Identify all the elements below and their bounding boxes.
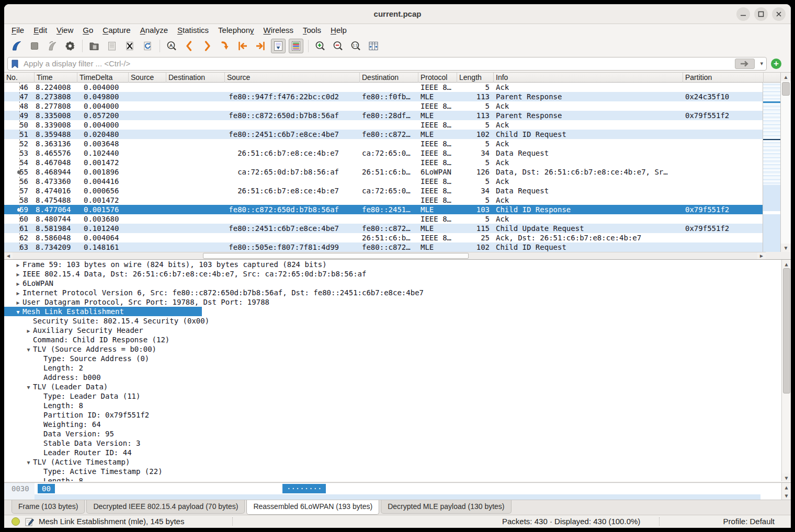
intelligent-scrollbar-minimap[interactable] [763,83,780,252]
expand-arrow-icon[interactable]: ▸ [14,279,22,288]
packet-row-58[interactable]: 588.4754880.001472IEEE 8…5Ack [4,195,763,205]
hex-bytes-selected[interactable]: 00 15 0d 00 00 00 00 00 00 00 01 75 bb 5… [38,484,55,493]
detail-row[interactable]: ▸Internet Protocol Version 6, Src: fe80:… [4,288,791,297]
packet-row-61[interactable]: 618.5819840.101240fe80::2451:c6b7:e8ce:4… [4,224,763,233]
detail-row[interactable]: ▸6LoWPAN [4,279,791,288]
byte-view-tab[interactable]: Decrypted IEEE 802.15.4 payload (70 byte… [86,500,245,514]
detail-row[interactable]: Type: Leader Data (11) [4,391,791,401]
column-header-destination[interactable]: Destination [166,73,225,83]
detail-row[interactable]: ▾TLV (Leader Data) [4,382,791,391]
collapse-arrow-icon[interactable]: ▾ [14,307,22,317]
titlebar[interactable]: current.pcap [4,4,791,24]
apply-filter-button[interactable] [735,59,755,69]
hex-ascii-selected[interactable]: ········ ···u·S\E [282,484,326,493]
packet-row-57[interactable]: 578.4740160.00065626:51:c6:b7:e8:ce:4b:e… [4,186,763,195]
detail-row[interactable]: Type: Source Address (0) [4,354,791,363]
expand-arrow-icon[interactable]: ▸ [14,260,22,270]
scroll-down-arrow-icon[interactable]: ▼ [781,244,791,252]
packet-row-55[interactable]: 558.4689440.001896ca:72:65:0d:b7:b8:56:a… [4,167,763,177]
menu-wireless[interactable]: Wireless [259,24,299,37]
detail-row[interactable]: Address: b000 [4,373,791,382]
go-to-packet-icon[interactable] [218,39,232,53]
detail-row[interactable]: Stable Data Version: 3 [4,438,791,448]
packet-bytes-pane[interactable]: 0030 00 15 0d 00 00 00 00 00 00 00 01 75… [4,482,791,500]
menu-file[interactable]: File [7,24,29,37]
colorize-icon[interactable] [289,39,303,53]
maximize-button[interactable] [754,7,768,21]
column-header-time[interactable]: Time [35,73,77,83]
packet-row-62[interactable]: 628.5860480.00406426:51:c6:b…IEEE 8…25Ac… [4,233,763,242]
hex-vertical-scrollbar[interactable]: ▲ ▼ [781,483,791,500]
expert-info-icon[interactable] [12,517,20,526]
column-header-length[interactable]: Length [457,73,494,83]
detail-row[interactable]: ▾TLV (Source Address = b0:00) [4,344,791,354]
byte-view-tab[interactable]: Frame (103 bytes) [12,500,85,514]
scroll-right-arrow-icon[interactable]: ► [757,252,766,259]
scroll-left-arrow-icon[interactable]: ◄ [4,252,13,259]
display-filter-input[interactable]: Apply a display filter ... <Ctrl-/> ▾ [7,57,767,71]
close-button[interactable] [772,7,786,21]
stop-capture-icon[interactable] [27,39,42,53]
column-header-partition[interactable]: Partition [683,73,764,83]
details-scroll-up-icon[interactable]: ▲ [782,260,791,268]
detail-row[interactable]: Partition ID: 0x79f551f2 [4,410,791,420]
packet-list-scroll-thumb[interactable] [782,82,790,96]
detail-row[interactable]: Security Suite: 802.15.4 Security (0x00) [4,316,791,326]
detail-row[interactable]: Command: Child ID Response (12) [4,335,791,344]
column-header-timedelta[interactable]: TimeDelta [77,73,129,83]
detail-row[interactable]: ▸Auxiliary Security Header [4,326,791,335]
detail-row[interactable]: Length: 2 [4,363,791,373]
scroll-up-arrow-icon[interactable]: ▲ [781,73,791,81]
save-file-icon[interactable] [105,39,119,53]
collapse-arrow-icon[interactable]: ▾ [24,458,33,467]
expand-arrow-icon[interactable]: ▸ [14,288,22,298]
close-file-icon[interactable] [122,39,137,53]
go-back-icon[interactable] [182,39,197,53]
detail-row[interactable]: ▾TLV (Active Timestamp) [4,457,791,467]
packet-row-49[interactable]: 498.3350080.057200fe80::c872:650d:b7b8:5… [4,111,763,120]
horizontal-scroll-thumb[interactable] [203,253,469,259]
detail-row[interactable]: ▸User Datagram Protocol, Src Port: 19788… [4,297,791,307]
go-last-icon[interactable] [253,39,268,53]
detail-row[interactable]: ▸IEEE 802.15.4 Data, Dst: 26:51:c6:b7:e8… [4,269,791,279]
menu-edit[interactable]: Edit [29,24,52,37]
menu-capture[interactable]: Capture [98,24,135,37]
zoom-out-icon[interactable] [331,39,345,53]
details-scroll-down-icon[interactable]: ▼ [782,473,791,481]
details-scroll-thumb[interactable] [783,268,790,394]
column-header-destination[interactable]: Destination [360,73,418,83]
minimize-button[interactable] [736,7,750,21]
add-filter-button[interactable]: + [771,59,781,69]
packet-row-59[interactable]: 598.4770640.001576fe80::c872:650d:b7b8:5… [4,205,763,214]
status-profile[interactable]: Profile: Default [723,515,775,528]
byte-view-tab[interactable]: Reassembled 6LoWPAN (193 bytes) [246,500,379,515]
find-packet-icon[interactable]: A [164,39,179,53]
detail-row[interactable]: Data Version: 95 [4,429,791,438]
menu-telephony[interactable]: Telephony [213,24,258,37]
packet-row-53[interactable]: 538.4655760.10244026:51:c6:b7:e8:ce:4b:e… [4,148,763,158]
detail-row[interactable]: ▸Frame 59: 103 bytes on wire (824 bits),… [4,260,791,269]
packet-row-50[interactable]: 508.3390080.004000IEEE 8…5Ack [4,120,763,130]
packet-row-51[interactable]: 518.3594880.020480fe80::2451:c6b7:e8ce:4… [4,130,763,139]
resize-columns-icon[interactable] [366,39,381,53]
auto-scroll-icon[interactable] [271,39,286,53]
menu-tools[interactable]: Tools [298,24,326,37]
detail-row[interactable]: Length: 8 [4,401,791,410]
restart-capture-icon[interactable] [45,39,60,53]
expand-arrow-icon[interactable]: ▸ [14,298,22,307]
open-file-icon[interactable] [87,39,101,53]
details-vertical-scrollbar[interactable]: ▲▼ [781,260,791,481]
zoom-in-icon[interactable] [313,39,327,53]
filter-bookmark-icon[interactable] [12,60,19,71]
hex-scroll-down-icon[interactable]: ▼ [782,491,791,500]
menu-view[interactable]: View [52,24,78,37]
packet-row-48[interactable]: 488.2778080.004000IEEE 8…5Ack [4,101,763,111]
zoom-original-icon[interactable]: 1:1 [348,39,363,53]
column-header-info[interactable]: Info [494,73,683,83]
reload-file-icon[interactable] [140,39,155,53]
packet-row-52[interactable]: 528.3631360.003648IEEE 8…5Ack [4,139,763,148]
packet-row-47[interactable]: 478.2738080.049800fe80::947f:f476:22bc:c… [4,92,763,101]
detail-row[interactable]: Type: Active Timestamp (22) [4,467,791,476]
edit-capture-comment-icon[interactable] [25,517,34,528]
detail-row[interactable]: Length: 8 [4,476,791,481]
